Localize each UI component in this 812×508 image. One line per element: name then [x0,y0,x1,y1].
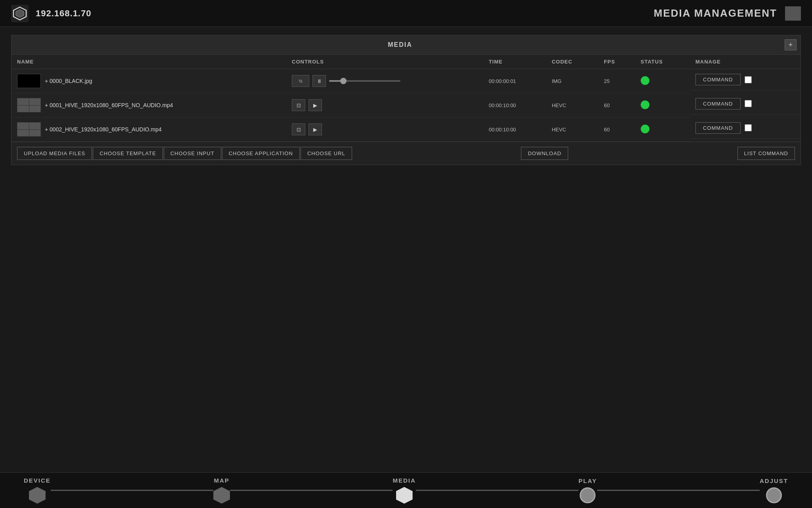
media-header-bar: MEDIA + [11,35,801,55]
controls-cell: ⊡ ▶ [292,99,478,111]
thumbnail-grid [17,98,41,112]
col-controls: CONTROLS [286,55,483,69]
ip-address: 192.168.1.70 [36,8,91,19]
status-cell [635,69,690,93]
svg-marker-2 [16,10,24,17]
list-command-button[interactable]: LIST COMMAND [737,147,795,160]
footer-stepper: DEVICEMAPMEDIAPLAYADJUST [0,472,812,508]
step-line [230,490,393,491]
manage-cell: COMMAND [690,117,801,139]
progress-thumb [340,78,347,84]
fps-cell: 60 [598,93,635,117]
controls-td: ⊡ ▶ [286,93,483,117]
col-manage: MANAGE [690,55,801,69]
step-node [213,487,230,504]
choose-application-button[interactable]: CHOOSE APPLICATION [222,147,300,160]
header-right: MEDIA MANAGEMENT [654,6,801,21]
choose-input-button[interactable]: CHOOSE INPUT [164,147,221,160]
table-row: + 0002_HIVE_1920x1080_60FPS_AUDIO.mp4 ⊡ … [11,117,801,142]
col-codec: CODEC [546,55,598,69]
controls-td: ⊡ ▶ [286,117,483,142]
command-button[interactable]: COMMAND [695,122,741,134]
manage-cell: COMMAND [690,69,801,90]
resize-button[interactable]: ⊡ [292,99,305,111]
resize-icon: ⊡ [297,127,301,133]
manage-cell: COMMAND [690,93,801,115]
step-label: MEDIA [393,477,416,484]
status-cell [635,93,690,117]
command-button[interactable]: COMMAND [695,98,741,110]
controls-cell: ½ ⏸ [292,75,478,87]
thumbnail-grid [17,122,41,137]
choose-url-button[interactable]: CHOOSE URL [301,147,352,160]
fps-cell: 25 [598,69,635,93]
row-checkbox[interactable] [745,124,752,131]
header-action-button[interactable] [785,6,801,21]
resize-icon: ⊡ [297,102,301,108]
step-node [766,487,782,503]
download-button[interactable]: DOWNLOAD [521,147,568,160]
step-device[interactable]: DEVICE [24,477,51,504]
play-button[interactable]: ▶ [308,123,322,135]
controls-td: ½ ⏸ [286,69,483,93]
table-row: + 0001_HIVE_1920x1080_60FPS_NO_AUDIO.mp4… [11,93,801,117]
header-left: 192.168.1.70 [11,5,91,22]
row-checkbox[interactable] [745,100,752,107]
time-cell: 00:00:10:00 [483,117,546,142]
table-row: + 0000_BLACK.jpg ½ ⏸ 00:00:00:01 IMG 25 [11,69,801,93]
media-container: MEDIA + NAME CONTROLS TIME CODEC FPS STA… [11,35,801,165]
progress-bar[interactable] [329,80,400,82]
step-adjust[interactable]: ADJUST [760,477,788,503]
action-row: UPLOAD MEDIA FILES CHOOSE TEMPLATE CHOOS… [11,142,801,165]
status-cell [635,117,690,142]
step-label: ADJUST [760,477,788,484]
page-title: MEDIA MANAGEMENT [654,7,777,19]
time-cell: 00:00:10:00 [483,93,546,117]
pause-icon: ⏸ [317,78,322,84]
status-dot [641,125,649,133]
fps-cell: 60 [598,117,635,142]
app-header: 192.168.1.70 MEDIA MANAGEMENT [0,0,812,27]
col-fps: FPS [598,55,635,69]
choose-template-button[interactable]: CHOOSE TEMPLATE [93,147,163,160]
step-label: MAP [214,477,229,484]
step-media[interactable]: MEDIA [393,477,416,504]
table-header-row: NAME CONTROLS TIME CODEC FPS STATUS MANA… [11,55,801,69]
play-button[interactable]: ▶ [308,99,322,111]
time-cell: 00:00:00:01 [483,69,546,93]
brand-logo [11,5,29,22]
step-map[interactable]: MAP [213,477,230,504]
step-play[interactable]: PLAY [578,477,597,503]
media-table: NAME CONTROLS TIME CODEC FPS STATUS MANA… [11,55,801,142]
progress-track [329,80,400,82]
stepper: DEVICEMAPMEDIAPLAYADJUST [24,477,788,504]
step-node [580,487,596,503]
status-dot [641,76,649,85]
col-name: NAME [11,55,286,69]
add-media-button[interactable]: + [785,39,797,50]
step-line [51,490,213,491]
step-line [416,490,578,491]
file-name: + 0002_HIVE_1920x1080_60FPS_AUDIO.mp4 [45,126,162,133]
status-dot [641,100,649,109]
step-label: DEVICE [24,477,51,484]
step-label: PLAY [578,477,597,484]
controls-cell: ⊡ ▶ [292,123,478,135]
layer-split-button[interactable]: ½ [292,75,309,87]
col-status: STATUS [635,55,690,69]
step-node [29,487,46,504]
command-button[interactable]: COMMAND [695,74,741,85]
codec-cell: IMG [546,69,598,93]
main-content: MEDIA + NAME CONTROLS TIME CODEC FPS STA… [0,27,812,173]
codec-cell: HEVC [546,93,598,117]
upload-button[interactable]: UPLOAD MEDIA FILES [17,147,92,160]
play-icon: ▶ [313,127,317,133]
name-cell: + 0002_HIVE_1920x1080_60FPS_AUDIO.mp4 [11,117,286,142]
name-cell: + 0001_HIVE_1920x1080_60FPS_NO_AUDIO.mp4 [11,93,286,117]
resize-button[interactable]: ⊡ [292,123,305,135]
thumbnail-black [17,74,41,88]
codec-cell: HEVC [546,117,598,142]
col-time: TIME [483,55,546,69]
pause-button[interactable]: ⏸ [312,75,326,87]
row-checkbox[interactable] [745,76,752,83]
